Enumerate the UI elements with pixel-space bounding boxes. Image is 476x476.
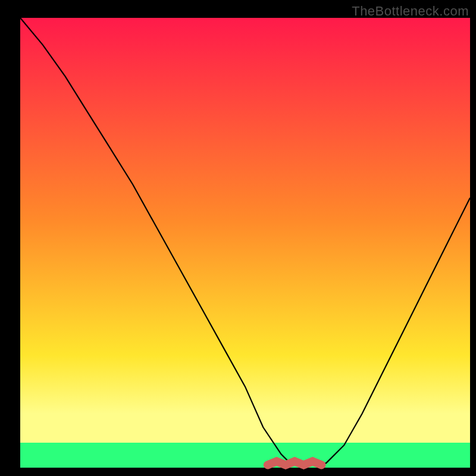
gradient-background [20, 18, 470, 468]
minimum-marker [268, 461, 322, 465]
bottleneck-chart [0, 0, 476, 476]
green-band [20, 443, 470, 468]
chart-stage: TheBottleneck.com [0, 0, 476, 476]
watermark-text: TheBottleneck.com [352, 4, 469, 19]
